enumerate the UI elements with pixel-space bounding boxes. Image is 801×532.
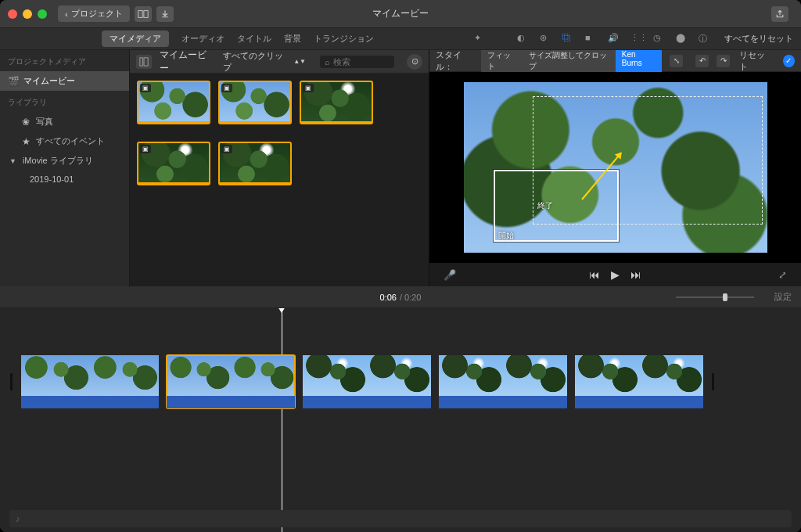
close-icon[interactable]	[8, 9, 17, 19]
edge-handle[interactable]	[712, 373, 714, 390]
browser-crumb: マイムービー	[160, 49, 215, 75]
kenburns-start-label: 開始	[497, 229, 515, 242]
crop-apply-button[interactable]: ✓	[783, 55, 795, 67]
time-current: 0:06	[380, 293, 397, 302]
camera-icon: ▣	[140, 84, 151, 92]
color-correction-icon[interactable]: ⊛	[540, 33, 551, 45]
camera-icon: ▣	[140, 145, 151, 153]
media-clip[interactable]: ▣	[219, 81, 291, 124]
clapperboard-icon: 🎬	[8, 76, 19, 87]
timeline-settings-button[interactable]: 設定	[774, 291, 792, 303]
tab-my-media[interactable]: マイメディア	[102, 31, 169, 47]
reset-all-button[interactable]: すべてをリセット	[724, 33, 793, 45]
media-clip[interactable]: ▣	[300, 81, 372, 124]
camera-icon: ▣	[303, 84, 314, 92]
color-balance-icon[interactable]: ◐	[517, 33, 529, 45]
crop-style-segment: フィット サイズ調整してクロップ Ken Burns	[481, 48, 662, 74]
playback-controls: 🎤 ⏮ ▶ ⏭ ⤢	[429, 263, 801, 286]
media-clip[interactable]: ▣	[138, 142, 210, 185]
media-clip[interactable]: ▣	[219, 142, 291, 185]
viewer-canvas[interactable]: 終了 開始	[429, 72, 801, 263]
sidebar-heading-library: ライブラリ	[0, 91, 129, 112]
viewer-panel: スタイル： フィット サイズ調整してクロップ Ken Burns ⤡ ↶ ↷ リ…	[429, 50, 801, 286]
info-icon[interactable]: ⓘ	[699, 33, 710, 45]
timeline-clip[interactable]	[575, 355, 703, 408]
tab-backgrounds[interactable]: 背景	[284, 33, 301, 45]
crop-toolbar: スタイル： フィット サイズ調整してクロップ Ken Burns ⤡ ↶ ↷ リ…	[429, 50, 801, 72]
media-browser: マイムービー すべてのクリップ ▲▼ ⌕ ⊙ ▣ ▣ ▣ ▣ ▣	[130, 50, 429, 286]
layout-toggle-button[interactable]	[136, 55, 152, 69]
zoom-slider[interactable]	[676, 297, 754, 298]
media-tabs: マイメディア オーディオ タイトル 背景 トランジション ✦ ◐ ⊛ ⿻ ■ 🔊…	[0, 28, 801, 50]
sidebar-heading-project-media: プロジェクトメディア	[0, 50, 129, 71]
sidebar-item-photos[interactable]: ❀ 写真	[0, 112, 129, 131]
search-icon: ⌕	[325, 57, 330, 66]
minimize-icon[interactable]	[23, 9, 32, 19]
sidebar-item-imovie-library[interactable]: ▼ iMovie ライブラリ	[0, 151, 129, 171]
zoom-thumb[interactable]	[723, 293, 727, 301]
fullscreen-icon[interactable]	[38, 9, 47, 19]
svg-rect-3	[144, 57, 148, 65]
edge-handle[interactable]	[10, 373, 13, 390]
back-to-projects-button[interactable]: ‹ プロジェクト	[58, 5, 130, 22]
timeline-header: 0:06 / 0:20 設定	[0, 286, 801, 308]
tab-titles[interactable]: タイトル	[237, 33, 271, 45]
seg-crop-button[interactable]: サイズ調整してクロップ	[523, 48, 616, 74]
music-track[interactable]: ♪	[9, 510, 792, 527]
tab-transitions[interactable]: トランジション	[314, 33, 374, 45]
preview-frame: 終了 開始	[464, 82, 767, 253]
star-icon: ★	[20, 136, 31, 147]
timeline-clip[interactable]	[439, 355, 567, 408]
filter-icon[interactable]: ⬤	[676, 33, 688, 45]
noise-reduction-icon[interactable]: ⋮⋮	[630, 33, 642, 45]
sidebar-item-my-movie[interactable]: 🎬 マイムービー	[0, 71, 129, 91]
seg-fit-button[interactable]: フィット	[481, 48, 523, 74]
clip-filter-label: すべてのクリップ	[223, 50, 291, 74]
svg-rect-0	[138, 10, 142, 17]
timeline-clip[interactable]	[21, 355, 159, 408]
svg-rect-1	[144, 10, 148, 17]
prev-frame-button[interactable]: ⏮	[589, 268, 600, 281]
timeline-clip-selected[interactable]	[167, 355, 295, 408]
crop-icon[interactable]: ⿻	[562, 33, 574, 45]
music-icon: ♪	[16, 514, 20, 523]
sidebar-all-events-label: すべてのイベント	[36, 135, 105, 147]
back-label: プロジェクト	[71, 8, 123, 20]
fullscreen-icon[interactable]: ⤢	[778, 269, 787, 281]
next-frame-button[interactable]: ⏭	[630, 268, 641, 281]
share-button[interactable]	[771, 6, 788, 22]
seg-kenburns-button[interactable]: Ken Burns	[616, 48, 663, 74]
swap-start-end-button[interactable]: ⤡	[670, 55, 683, 67]
search-field[interactable]: ⌕	[320, 56, 394, 68]
library-toggle-button[interactable]	[135, 6, 152, 22]
media-grid: ▣ ▣ ▣ ▣ ▣	[130, 74, 429, 286]
import-button[interactable]	[156, 6, 174, 22]
appearance-options-button[interactable]: ⊙	[407, 54, 422, 70]
stabilize-icon[interactable]: ■	[585, 33, 597, 45]
clip-filter-dropdown[interactable]: すべてのクリップ ▲▼	[223, 50, 306, 74]
enhance-icon[interactable]: ✦	[474, 33, 486, 45]
microphone-icon[interactable]: 🎤	[444, 269, 456, 281]
tab-audio[interactable]: オーディオ	[181, 33, 224, 45]
playhead[interactable]	[282, 308, 282, 532]
media-clip[interactable]: ▣	[138, 81, 210, 124]
speed-icon[interactable]: ◷	[653, 33, 665, 45]
search-input[interactable]	[333, 57, 380, 66]
rotate-ccw-button[interactable]: ↶	[695, 55, 709, 67]
inspector-tools: ✦ ◐ ⊛ ⿻ ■ 🔊 ⋮⋮ ◷ ⬤ ⓘ すべてをリセット	[474, 33, 793, 45]
flower-icon: ❀	[20, 117, 31, 128]
sidebar-item-event[interactable]: 2019-10-01	[0, 171, 129, 188]
sidebar-item-all-events[interactable]: ★ すべてのイベント	[0, 131, 129, 151]
timeline[interactable]: ♪	[0, 308, 801, 532]
disclosure-triangle-icon[interactable]: ▼	[9, 157, 16, 165]
crop-reset-button[interactable]: リセット	[739, 49, 772, 73]
volume-icon[interactable]: 🔊	[608, 33, 620, 45]
window-controls	[8, 9, 47, 19]
play-button[interactable]: ▶	[611, 268, 620, 281]
clip-row	[9, 355, 792, 408]
sidebar: プロジェクトメディア 🎬 マイムービー ライブラリ ❀ 写真 ★ すべてのイベン…	[0, 50, 130, 286]
timeline-clip[interactable]	[303, 355, 431, 408]
titlebar: ‹ プロジェクト マイムービー	[0, 0, 801, 28]
time-total: / 0:20	[400, 293, 422, 302]
rotate-cw-button[interactable]: ↷	[717, 55, 730, 67]
